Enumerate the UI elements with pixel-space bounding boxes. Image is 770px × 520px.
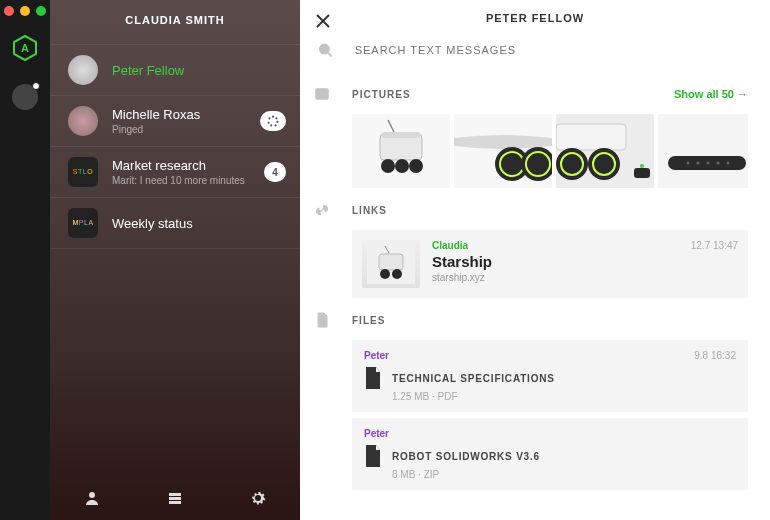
sidebar-owner: CLAUDIA SMITH xyxy=(50,0,300,44)
loading-badge xyxy=(260,111,286,131)
presence-badge xyxy=(32,82,40,90)
file-name: TECHNICAL SPECIFICATIONS xyxy=(392,373,555,384)
link-sender: Claudia xyxy=(432,240,679,251)
show-all-link[interactable]: Show all 50 → xyxy=(674,88,748,100)
svg-point-23 xyxy=(381,159,395,173)
section-label: FILES xyxy=(352,315,748,326)
file-timestamp: 9.8 16:32 xyxy=(694,350,736,361)
svg-point-2 xyxy=(272,116,274,118)
picture-thumb[interactable] xyxy=(352,114,450,188)
group-avatar-icon: STLO xyxy=(68,157,98,187)
avatar-icon xyxy=(68,55,98,85)
conversation-preview: Marit: I need 10 more minutes xyxy=(112,175,264,186)
svg-point-15 xyxy=(320,45,329,54)
svg-point-9 xyxy=(89,492,95,498)
panel-title: PETER FELLOW xyxy=(300,12,770,24)
conversation-name: Weekly status xyxy=(112,216,286,231)
svg-point-8 xyxy=(268,117,270,119)
svg-point-18 xyxy=(319,92,321,94)
link-url: starship.xyz xyxy=(432,272,679,283)
pictures-section: PICTURES Show all 50 → xyxy=(314,86,748,188)
conversation-preview: Pinged xyxy=(112,124,260,135)
svg-point-3 xyxy=(275,117,277,119)
svg-rect-11 xyxy=(169,497,181,500)
window-controls xyxy=(4,6,46,16)
svg-rect-10 xyxy=(169,493,181,496)
contacts-icon[interactable] xyxy=(84,490,100,506)
document-icon xyxy=(364,445,382,467)
link-card[interactable]: Claudia Starship starship.xyz 12.7 13:47 xyxy=(352,230,748,298)
link-thumb-icon xyxy=(362,240,420,288)
file-sender: Peter xyxy=(364,350,736,361)
link-icon xyxy=(314,202,330,218)
picture-thumb[interactable] xyxy=(658,114,748,188)
svg-point-53 xyxy=(380,269,390,279)
file-row[interactable]: Peter ROBOT SOLIDWORKS V3.6 8 MB · ZIP xyxy=(352,418,748,490)
svg-rect-22 xyxy=(382,132,420,138)
gear-icon[interactable] xyxy=(250,490,266,506)
link-timestamp: 12.7 13:47 xyxy=(691,240,738,288)
svg-point-45 xyxy=(727,162,730,165)
group-avatar-icon: MPLA xyxy=(68,208,98,238)
svg-point-7 xyxy=(268,122,270,124)
svg-point-25 xyxy=(409,159,423,173)
svg-point-5 xyxy=(275,124,277,126)
svg-point-41 xyxy=(687,162,690,165)
close-window-icon[interactable] xyxy=(4,6,14,16)
svg-line-16 xyxy=(328,53,332,57)
panel-body: PICTURES Show all 50 → LINKS xyxy=(300,34,770,520)
conversation-name: Michelle Roxas xyxy=(112,107,260,122)
pictures-icon xyxy=(314,86,330,102)
file-name: ROBOT SOLIDWORKS V3.6 xyxy=(392,451,540,462)
svg-rect-32 xyxy=(556,124,626,150)
user-avatar[interactable] xyxy=(12,84,38,110)
close-icon[interactable] xyxy=(314,12,332,30)
media-panel: PETER FELLOW PICTURES Show all 50 → xyxy=(300,0,770,520)
svg-point-43 xyxy=(707,162,710,165)
svg-point-42 xyxy=(697,162,700,165)
svg-rect-52 xyxy=(379,254,403,270)
file-row[interactable]: 9.8 16:32 Peter TECHNICAL SPECIFICATIONS… xyxy=(352,340,748,412)
document-icon xyxy=(364,367,382,389)
search-row xyxy=(314,34,748,72)
avatar-icon xyxy=(68,106,98,136)
nav-rail: A xyxy=(0,0,50,520)
search-icon xyxy=(318,42,333,58)
svg-point-38 xyxy=(640,164,644,168)
file-icon xyxy=(314,312,330,328)
picture-thumb[interactable] xyxy=(454,114,552,188)
app-window: A CLAUDIA SMITH Peter Fellow Michelle Ro… xyxy=(0,0,770,520)
conversation-list: Peter Fellow Michelle Roxas Pinged STLO xyxy=(50,44,300,476)
file-meta: 8 MB · ZIP xyxy=(392,469,736,480)
maximize-window-icon[interactable] xyxy=(36,6,46,16)
file-meta: 1.25 MB · PDF xyxy=(392,391,736,402)
sidebar-toolbar xyxy=(50,476,300,520)
conversation-item-market-research[interactable]: STLO Market research Marit: I need 10 mo… xyxy=(50,147,300,198)
link-title: Starship xyxy=(432,253,679,270)
workspace-icon[interactable]: A xyxy=(11,34,39,62)
conversation-item-michelle[interactable]: Michelle Roxas Pinged xyxy=(50,96,300,147)
svg-point-4 xyxy=(276,121,278,123)
svg-point-44 xyxy=(717,162,720,165)
unread-badge: 4 xyxy=(264,162,286,182)
section-label: PICTURES xyxy=(352,89,674,100)
conversation-item-peter[interactable]: Peter Fellow xyxy=(50,44,300,96)
search-input[interactable] xyxy=(355,44,748,56)
svg-point-54 xyxy=(392,269,402,279)
panel-header: PETER FELLOW xyxy=(300,0,770,34)
archive-icon[interactable] xyxy=(167,490,183,506)
conversation-item-weekly-status[interactable]: MPLA Weekly status xyxy=(50,198,300,249)
svg-point-6 xyxy=(270,124,272,126)
conversation-name: Market research xyxy=(112,158,264,173)
svg-rect-39 xyxy=(658,114,748,188)
pictures-strip xyxy=(352,114,748,188)
links-section: LINKS Claudia Starship starship.xyz 12.7… xyxy=(314,202,748,298)
conversation-sidebar: CLAUDIA SMITH Peter Fellow Michelle Roxa… xyxy=(50,0,300,520)
files-section: FILES 9.8 16:32 Peter TECHNICAL SPECIFIC… xyxy=(314,312,748,490)
conversation-name: Peter Fellow xyxy=(112,63,286,78)
svg-point-24 xyxy=(395,159,409,173)
file-sender: Peter xyxy=(364,428,736,439)
picture-thumb[interactable] xyxy=(556,114,654,188)
svg-rect-12 xyxy=(169,501,181,504)
minimize-window-icon[interactable] xyxy=(20,6,30,16)
